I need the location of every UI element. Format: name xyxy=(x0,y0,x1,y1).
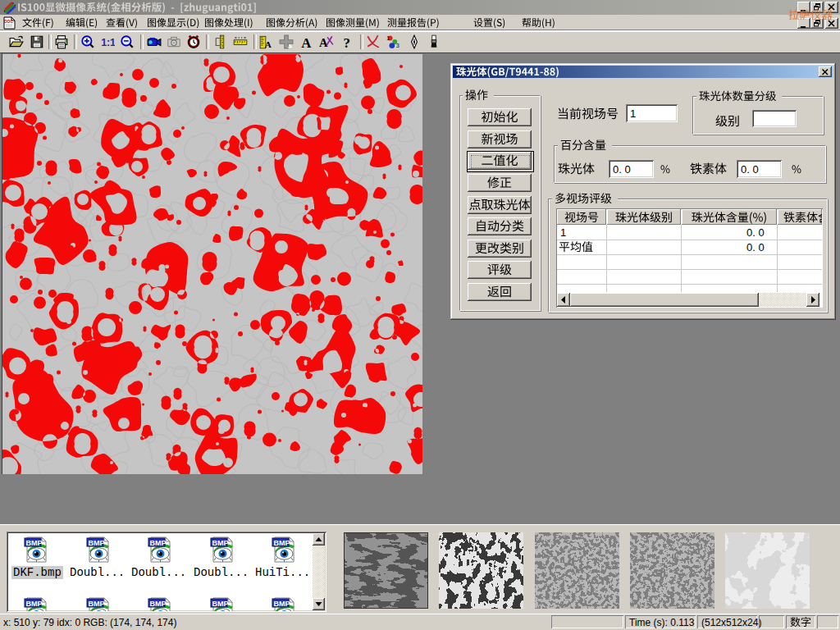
svg-text:3: 3 xyxy=(396,43,399,48)
svg-text:?: ? xyxy=(343,35,349,49)
svg-text:A: A xyxy=(265,39,272,49)
svg-text:DOC: DOC xyxy=(4,19,14,24)
svg-text:1: 1 xyxy=(386,35,390,41)
svg-text:1:1: 1:1 xyxy=(101,37,115,48)
svg-text:A: A xyxy=(301,35,312,49)
svg-text:A: A xyxy=(319,36,328,49)
